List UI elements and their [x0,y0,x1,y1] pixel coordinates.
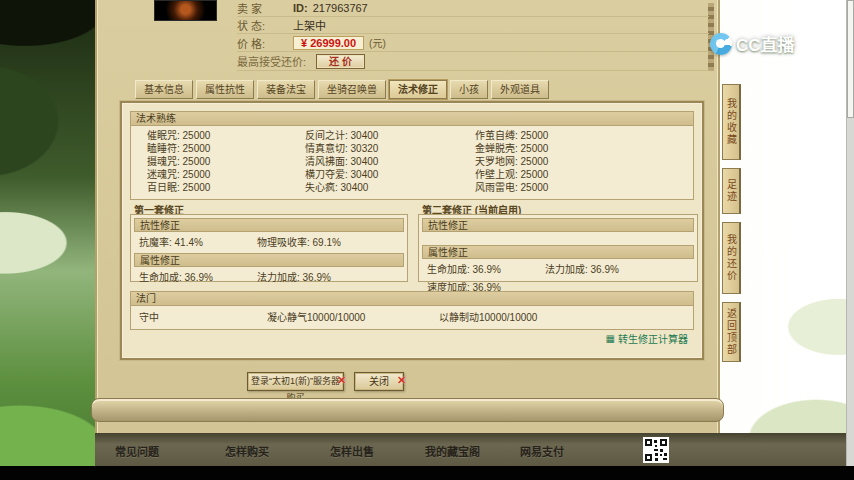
tab-appearance-items[interactable]: 外观道具 [491,80,549,99]
spell-entry: 催眠咒: 25000 [147,129,305,142]
footer-link-how-to-sell[interactable]: 怎样出售 [330,443,374,459]
empty-spacer [419,232,697,242]
stat-line: 生命加成: 36.9%法力加成: 36.9% [419,259,697,277]
counter-offer-row: 最高接受还价: 还价 [237,52,709,71]
spell-entry: 百日眠: 25000 [147,181,305,194]
screen: 卖 家 ID: 217963767 状 态: 上架中 价 格: ¥ 26999.… [0,0,854,480]
spell-correction-content: 法术熟练 催眠咒: 25000反间之计: 30400作茧自缚: 25000瞌睡符… [120,101,704,360]
spell-entry: 作茧自缚: 25000 [475,129,693,142]
footer-link-faq[interactable]: 常见问题 [115,443,159,459]
cc-live-label: CC直播 [736,31,795,56]
spell-proficiency-header: 法术熟练 [131,112,693,126]
famen-item: 凝心静气10000/10000 [267,309,439,324]
spell-grid: 催眠咒: 25000反间之计: 30400作茧自缚: 25000瞌睡符: 250… [131,126,693,199]
seller-id-value: 217963767 [313,2,368,14]
spell-entry: 摄魂咒: 25000 [147,155,305,168]
counter-offer-label: 最高接受还价: [237,53,306,69]
status-label: 状 态: [237,17,293,33]
famen-row: 守中凝心静气10000/10000以静制动10000/10000 [131,306,693,329]
spell-entry: 天罗地网: 25000 [475,155,693,168]
spell-entry: 风雨雷电: 25000 [475,181,693,194]
currency-symbol: ¥ [301,37,307,49]
stat-line: 生命加成: 36.9%法力加成: 36.9% [131,267,407,285]
spell-entry: 作壁上观: 25000 [475,168,693,181]
cc-live-watermark: CC直播 [710,31,795,56]
price-unit: (元) [369,35,386,50]
set-section-header: 抗性修正 [422,218,694,232]
seller-row: 卖 家 ID: 217963767 [237,0,709,17]
login-buy-button[interactable]: 登录“太初1(新)”服务器购买 [247,372,344,391]
spell-entry: 金蝉脱壳: 25000 [475,142,693,155]
tab-equip-treasure[interactable]: 装备法宝 [257,80,315,99]
status-row: 状 态: 上架中 [237,17,709,34]
status-value: 上架中 [293,17,326,33]
scrollbar-thumb[interactable] [847,0,854,118]
famen-box: 法门 守中凝心静气10000/10000以静制动10000/10000 [130,291,694,330]
spell-entry: 迷魂咒: 25000 [147,168,305,181]
famen-item: 以静制动10000/10000 [439,309,537,324]
side-tab-favorites[interactable]: 我的收藏 [722,84,741,160]
spell-entry: 瞌睡符: 25000 [147,142,305,155]
calculator-link-label: 转生修正计算器 [618,331,688,346]
red-x-icon: ✕ [397,374,406,387]
scroll-bottom-decoration [91,398,724,422]
background-artwork [0,0,100,467]
spell-entry: 反间之计: 30400 [305,129,475,142]
seller-label: 卖 家 [237,0,293,16]
spell-entry: 失心疯: 30400 [305,181,475,194]
set2-box: 抗性修正属性修正生命加成: 36.9%法力加成: 36.9%速度加成: 36.9… [418,214,698,282]
item-detail-panel: 卖 家 ID: 217963767 状 态: 上架中 价 格: ¥ 26999.… [95,0,720,433]
id-label: ID: [293,2,308,14]
rebirth-calculator-link[interactable]: ▦ 转生修正计算器 [606,331,688,346]
spell-entry: 横刀夺爱: 30400 [305,168,475,181]
footer-link-my-cbg[interactable]: 我的藏宝阁 [425,443,480,459]
scrollbar[interactable] [846,0,854,466]
spell-proficiency-box: 法术熟练 催眠咒: 25000反间之计: 30400作茧自缚: 25000瞌睡符… [130,111,694,200]
side-tab-back-to-top[interactable]: 返回顶部 [722,302,741,362]
famen-item: 守中 [139,309,267,324]
tab-attr-resist[interactable]: 属性抗性 [196,80,254,99]
tab-bar: 基本信息属性抗性装备法宝坐骑召唤兽法术修正小孩外观道具 [135,80,549,99]
side-tabs: 我的收藏足迹我的还价返回顶部 [722,0,744,433]
cc-live-logo-icon [710,33,732,55]
tab-child[interactable]: 小孩 [450,80,488,99]
stat-line: 抗魔率: 41.4%物理吸收率: 69.1% [131,232,407,250]
qr-code [643,437,669,463]
tab-mount-summon[interactable]: 坐骑召唤兽 [318,80,386,99]
item-info-fields: 卖 家 ID: 217963767 状 态: 上架中 价 格: ¥ 26999.… [237,0,709,71]
set-section-header: 属性修正 [134,253,404,267]
famen-header: 法门 [131,292,693,306]
red-x-icon: ✕ [337,374,346,387]
footer-link-netease-pay[interactable]: 网易支付 [520,443,564,459]
price-amount: 26999.00 [310,37,356,49]
footer-link-how-to-buy[interactable]: 怎样购买 [225,443,269,459]
price-label: 价 格: [237,35,293,51]
footer: 常见问题怎样购买怎样出售我的藏宝阁网易支付 [95,433,846,466]
set-section-header: 抗性修正 [134,218,404,232]
set-section-header: 属性修正 [422,245,694,259]
spell-entry: 情真意切: 30320 [305,142,475,155]
price-row: 价 格: ¥ 26999.00 (元) [237,34,709,52]
side-tab-footprints[interactable]: 足迹 [722,168,741,214]
tab-spell-correction[interactable]: 法术修正 [389,80,447,99]
side-tab-counter-offers[interactable]: 我的还价 [722,222,741,294]
counter-offer-button[interactable]: 还价 [316,54,365,69]
calculator-icon: ▦ [606,333,615,344]
set1-box: 抗性修正抗魔率: 41.4%物理吸收率: 69.1%属性修正生命加成: 36.9… [130,214,408,282]
spell-entry: 清风拂面: 30400 [305,155,475,168]
tab-basic-info[interactable]: 基本信息 [135,80,193,99]
bottom-black-bar [0,466,854,480]
price-value: ¥ 26999.00 [293,36,364,50]
item-thumbnail [154,0,217,21]
